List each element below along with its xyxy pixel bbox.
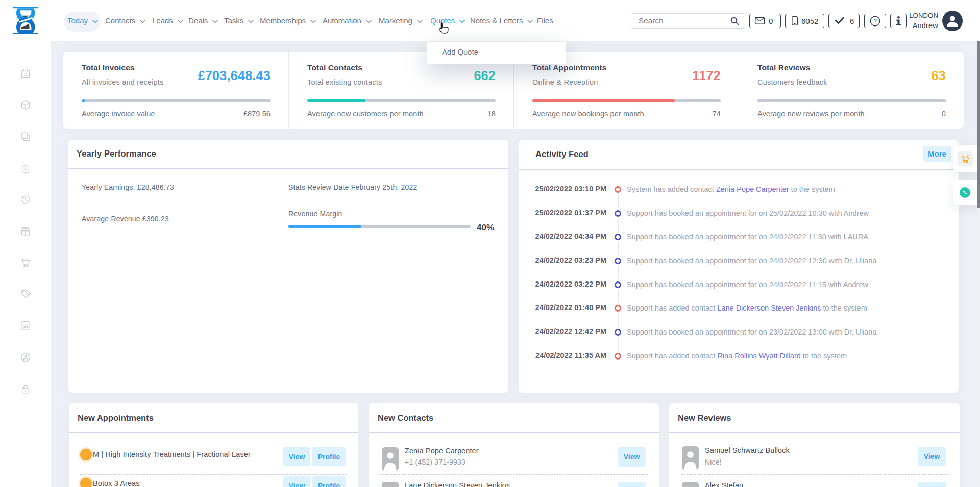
svg-text:12: 12 — [23, 73, 28, 76]
